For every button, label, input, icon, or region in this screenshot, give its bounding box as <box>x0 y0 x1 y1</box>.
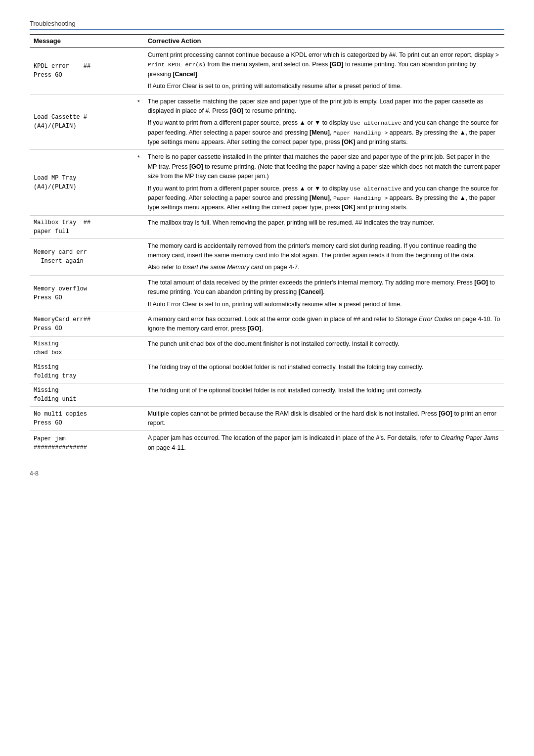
action-paragraph: The paper cassette matching the paper si… <box>148 97 500 116</box>
star-cell <box>134 431 144 455</box>
action-paragraph: The folding tray of the optional booklet… <box>148 363 500 372</box>
action-paragraph: There is no paper cassette installed in … <box>148 152 500 181</box>
col-header-star <box>134 35 144 48</box>
action-cell: The folding tray of the optional booklet… <box>144 360 504 383</box>
message-cell: Load Cassette # (A4)/(PLAIN) <box>30 94 134 150</box>
star-cell <box>134 275 144 312</box>
message-cell: Missing folding unit <box>30 383 134 406</box>
action-paragraph: The punch unit chad box of the document … <box>148 339 500 349</box>
action-cell: The total amount of data received by the… <box>144 275 504 312</box>
message-cell: Load MP Tray (A4)/(PLAIN) <box>30 150 134 215</box>
action-cell: The folding unit of the optional booklet… <box>144 383 504 406</box>
action-cell: Current print processing cannot continue… <box>144 48 504 94</box>
action-cell: The punch unit chad box of the document … <box>144 336 504 360</box>
action-paragraph: The total amount of data received by the… <box>148 278 500 297</box>
page-footer: 4-8 <box>30 470 504 477</box>
table-row: No multi copies Press GOMultiple copies … <box>30 406 504 431</box>
action-cell: A paper jam has occurred. The location o… <box>144 431 504 455</box>
action-cell: Multiple copies cannot be printed becaus… <box>144 406 504 431</box>
table-row: KPDL error ## Press GOCurrent print proc… <box>30 48 504 94</box>
star-cell <box>134 312 144 336</box>
star-cell <box>134 48 144 94</box>
message-cell: Paper jam ############### <box>30 431 134 455</box>
table-row: MemoryCard err## Press GOA memory card e… <box>30 312 504 336</box>
action-paragraph: Multiple copies cannot be printed becaus… <box>148 409 500 428</box>
action-paragraph: The folding unit of the optional booklet… <box>148 386 500 395</box>
page-header: Troubleshooting <box>30 20 504 30</box>
action-cell: There is no paper cassette installed in … <box>144 150 504 215</box>
action-paragraph: Current print processing cannot continue… <box>148 50 500 79</box>
action-paragraph: If you want to print from a different pa… <box>148 184 500 213</box>
table-row: Paper jam ###############A paper jam has… <box>30 431 504 455</box>
action-paragraph: A memory card error has occurred. Look a… <box>148 315 500 334</box>
col-header-message: Message <box>30 35 134 48</box>
action-cell: The paper cassette matching the paper si… <box>144 94 504 150</box>
col-header-corrective: Corrective Action <box>144 35 504 48</box>
star-cell <box>134 383 144 406</box>
message-cell: Mailbox tray ## paper full <box>30 215 134 238</box>
table-row: Memory card err Insert againThe memory c… <box>30 238 504 275</box>
table-row: Missing chad boxThe punch unit chad box … <box>30 336 504 360</box>
action-paragraph: If you want to print from a different pa… <box>148 118 500 147</box>
table-row: Missing folding trayThe folding tray of … <box>30 360 504 383</box>
message-cell: KPDL error ## Press GO <box>30 48 134 94</box>
message-cell: Missing chad box <box>30 336 134 360</box>
star-cell <box>134 238 144 275</box>
table-row: Load Cassette # (A4)/(PLAIN)*The paper c… <box>30 94 504 150</box>
message-cell: Memory card err Insert again <box>30 238 134 275</box>
star-cell <box>134 360 144 383</box>
star-cell <box>134 406 144 431</box>
star-cell <box>134 215 144 238</box>
star-cell: * <box>134 150 144 215</box>
table-row: Memory overflow Press GOThe total amount… <box>30 275 504 312</box>
action-paragraph: A paper jam has occurred. The location o… <box>148 433 500 453</box>
message-cell: Memory overflow Press GO <box>30 275 134 312</box>
action-paragraph: The memory card is accidentally removed … <box>148 241 500 261</box>
troubleshooting-table: Message Corrective Action KPDL error ## … <box>30 34 504 455</box>
star-cell: * <box>134 94 144 150</box>
action-cell: The mailbox tray is full. When removing … <box>144 215 504 238</box>
message-cell: MemoryCard err## Press GO <box>30 312 134 336</box>
action-paragraph: If Auto Error Clear is set to On, printi… <box>148 300 500 309</box>
action-paragraph: The mailbox tray is full. When removing … <box>148 218 500 228</box>
action-paragraph: Also refer to Insert the same Memory car… <box>148 263 500 272</box>
action-paragraph: If Auto Error Clear is set to On, printi… <box>148 82 500 91</box>
table-row: Load MP Tray (A4)/(PLAIN)*There is no pa… <box>30 150 504 215</box>
table-row: Mailbox tray ## paper fullThe mailbox tr… <box>30 215 504 238</box>
section-title: Troubleshooting <box>30 20 76 27</box>
page-number: 4-8 <box>30 470 39 477</box>
action-cell: A memory card error has occurred. Look a… <box>144 312 504 336</box>
action-cell: The memory card is accidentally removed … <box>144 238 504 275</box>
message-cell: Missing folding tray <box>30 360 134 383</box>
star-cell <box>134 336 144 360</box>
table-row: Missing folding unitThe folding unit of … <box>30 383 504 406</box>
message-cell: No multi copies Press GO <box>30 406 134 431</box>
